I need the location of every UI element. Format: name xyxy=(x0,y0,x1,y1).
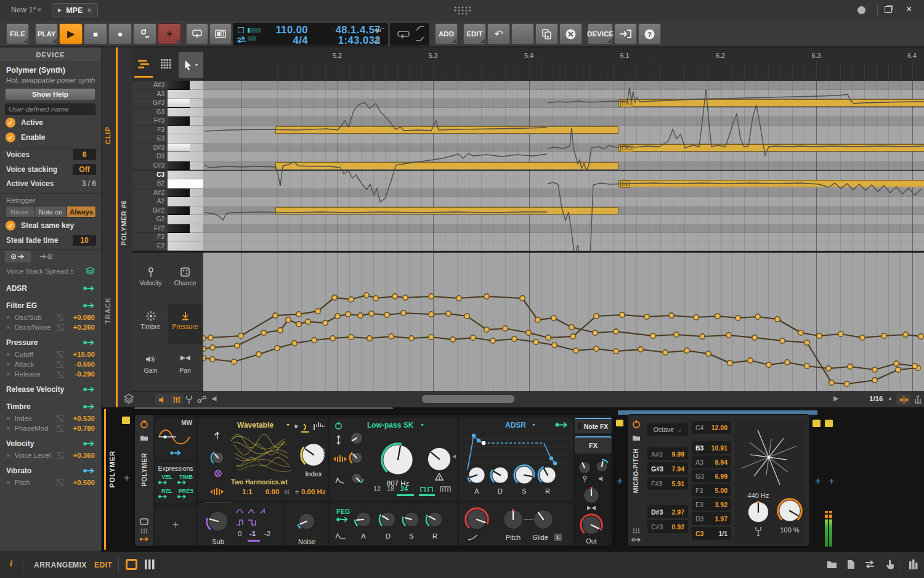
mod-curve-box[interactable] xyxy=(57,425,63,432)
device-chain-track-label[interactable]: POLYMER xyxy=(108,450,116,487)
mod-target-row[interactable]: ×Cutoff+15.00 xyxy=(2,350,99,360)
noise-cell[interactable]: Noise xyxy=(285,503,328,545)
piano-key-white[interactable] xyxy=(168,90,203,99)
h-scrollbar-track[interactable] xyxy=(225,395,924,404)
feg-release-knob[interactable] xyxy=(425,510,445,529)
mod-route-icon[interactable] xyxy=(83,303,95,309)
feg-sustain-knob[interactable] xyxy=(402,510,421,529)
pressure-point[interactable] xyxy=(203,336,206,341)
tuning-row-cs3[interactable]: C#30.92 xyxy=(647,520,688,533)
filter-type-dropdown-icon[interactable]: ▼ xyxy=(420,423,424,427)
tuning-value[interactable]: 8.94 xyxy=(715,458,727,466)
pressure-point[interactable] xyxy=(872,367,877,372)
enable-toggle[interactable]: ✓Enable xyxy=(6,132,45,142)
pressure-point[interactable] xyxy=(533,340,538,344)
undo-button[interactable]: ↶ xyxy=(487,23,510,44)
tuning-row-a3[interactable]: A38.94 xyxy=(692,455,731,468)
sub-octave-minus2[interactable]: -2 xyxy=(264,530,270,537)
slope-12[interactable]: 12 xyxy=(373,485,381,492)
mod-amount-value[interactable]: -0.290 xyxy=(68,370,95,378)
amount-value[interactable]: 100 % xyxy=(774,526,805,534)
stack-spread-icon[interactable] xyxy=(86,267,95,275)
punch-out-icon[interactable] xyxy=(373,36,383,44)
add-device-start-icon[interactable]: + xyxy=(124,472,130,484)
amp-env-cell[interactable]: ADSR ▼ A D S R xyxy=(459,418,573,500)
voices-value[interactable]: 6 xyxy=(73,149,96,160)
reference-knob[interactable] xyxy=(747,501,769,523)
steal-fade-value[interactable]: 10 xyxy=(73,235,96,246)
pressure-point[interactable] xyxy=(296,322,301,327)
noise-knob[interactable] xyxy=(296,511,317,532)
edit-button[interactable]: EDIT xyxy=(463,23,486,44)
filter-type-value[interactable]: Low-pass SK xyxy=(367,421,413,429)
power-icon[interactable] xyxy=(140,420,148,428)
pressure-point[interactable] xyxy=(358,313,363,318)
remove-mod-icon[interactable]: × xyxy=(6,324,10,331)
mod-curve-box[interactable] xyxy=(57,452,63,459)
piano-key-white[interactable] xyxy=(168,152,203,161)
mod-source-row[interactable]: ADSR xyxy=(2,281,99,295)
pressure-point[interactable] xyxy=(450,337,455,342)
device-name-polymer[interactable]: POLYMER xyxy=(140,453,148,486)
clip-launcher-cell[interactable] xyxy=(122,417,130,424)
redo-button[interactable]: ↷ xyxy=(511,23,534,44)
mixer-meter-icon[interactable] xyxy=(909,559,918,570)
pressure-point[interactable] xyxy=(903,332,908,337)
pressure-point[interactable] xyxy=(292,341,297,346)
pressure-point[interactable] xyxy=(330,336,335,341)
filter-shape-comb-icon[interactable] xyxy=(440,484,452,492)
expression-slot-timb[interactable]: TIMB xyxy=(177,474,195,487)
cursor-tool-button[interactable]: ▼ xyxy=(179,52,203,78)
mod-target-row[interactable]: ×Release-0.290 xyxy=(2,370,99,380)
tuning-value[interactable]: 0.92 xyxy=(672,523,684,531)
mod-amount-value[interactable]: +0.500 xyxy=(68,479,95,486)
pressure-point[interactable] xyxy=(401,311,406,315)
amount-knob[interactable] xyxy=(777,498,803,524)
pressure-point[interactable] xyxy=(663,350,668,355)
pressure-point[interactable] xyxy=(384,312,389,317)
tuning-value[interactable]: 1/1 xyxy=(718,530,727,537)
pressure-point[interactable] xyxy=(755,314,760,319)
feg-decay-knob[interactable] xyxy=(378,510,398,529)
play-button[interactable]: ▶ xyxy=(59,23,83,44)
tuning-value[interactable]: 5.00 xyxy=(715,487,727,494)
write-automation-button[interactable]: w xyxy=(133,23,156,44)
remove-mod-icon[interactable]: × xyxy=(6,370,10,378)
pan-knob[interactable] xyxy=(583,487,600,504)
pitch-pins-icon[interactable] xyxy=(210,487,224,496)
retrigger-option-never[interactable]: Never xyxy=(6,206,34,217)
mod-curve-box[interactable] xyxy=(57,415,63,422)
pressure-point[interactable] xyxy=(203,356,206,360)
pressure-point[interactable] xyxy=(464,314,469,319)
piano-key-white[interactable] xyxy=(168,215,203,224)
amp-decay-knob[interactable] xyxy=(490,465,511,486)
duplicate-button[interactable] xyxy=(535,23,558,44)
device-name-micropitch[interactable]: MICRO-PITCH xyxy=(633,449,639,493)
pressure-point[interactable] xyxy=(594,346,599,351)
amp-env-dropdown-icon[interactable]: ▼ xyxy=(532,423,536,427)
mod-target-row[interactable]: ×Voice Level+0.360 xyxy=(2,451,99,461)
pressure-point[interactable] xyxy=(546,335,551,340)
note[interactable]: B2 xyxy=(618,180,924,187)
cutoff-value[interactable]: 807 Hz xyxy=(379,479,416,487)
tuning-value[interactable]: 6.99 xyxy=(715,473,727,480)
filter-shape-steps-icon[interactable] xyxy=(420,484,434,492)
tuning-row-as3[interactable]: A#39.99 xyxy=(647,447,688,460)
pressure-point[interactable] xyxy=(349,335,354,340)
tuning-value[interactable]: 5.91 xyxy=(672,480,684,487)
pressure-point[interactable] xyxy=(208,335,213,340)
device-panel-scrollbar[interactable] xyxy=(134,407,393,409)
voice-stacking-value[interactable]: Off xyxy=(73,164,96,175)
remove-mod-icon[interactable]: × xyxy=(6,314,10,321)
pressure-point[interactable] xyxy=(429,294,434,299)
amp-release-knob[interactable] xyxy=(537,465,558,486)
vel-depth-knob[interactable] xyxy=(578,461,591,474)
tuning-row-ds3[interactable]: D#32.97 xyxy=(647,505,688,518)
pressure-point[interactable] xyxy=(752,335,757,340)
osc-type-value[interactable]: Wavetable xyxy=(237,421,274,429)
tab-new1[interactable]: New 1* xyxy=(11,6,36,14)
pressure-point[interactable] xyxy=(804,340,809,345)
osc-ratio-value[interactable]: 1:1 xyxy=(242,488,253,495)
pressure-point[interactable] xyxy=(335,314,340,319)
pressure-point[interactable] xyxy=(912,364,917,368)
